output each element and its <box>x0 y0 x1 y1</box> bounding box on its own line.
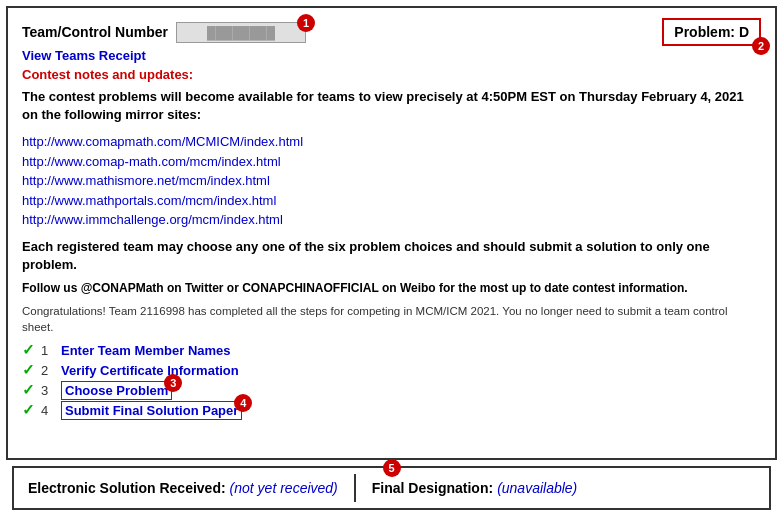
step-3: ✓ 3 Choose Problem 3 <box>22 381 761 399</box>
final-section: Final Designation: (unavailable) <box>372 480 578 496</box>
contest-para1: The contest problems will become availab… <box>22 88 761 124</box>
steps-list: ✓ 1 Enter Team Member Names ✓ 2 Verify C… <box>22 341 761 419</box>
electronic-label: Electronic Solution Received: <box>28 480 226 496</box>
team-number-box: ████████ <box>176 22 306 43</box>
step-num-1: 1 <box>41 343 55 358</box>
step-link-1[interactable]: Enter Team Member Names <box>61 343 231 358</box>
step-link-4[interactable]: Submit Final Solution Paper <box>61 401 242 420</box>
footer-row: Electronic Solution Received: (not yet r… <box>12 466 771 510</box>
mirror-link-3[interactable]: http://www.mathismore.net/mcm/index.html <box>22 171 761 191</box>
badge-2: 2 <box>752 37 770 55</box>
checkmark-3: ✓ <box>22 381 35 399</box>
mirror-link-5[interactable]: http://www.immchallenge.org/mcm/index.ht… <box>22 210 761 230</box>
step-4: ✓ 4 Submit Final Solution Paper 4 <box>22 401 761 419</box>
badge-3: 3 <box>164 374 182 392</box>
step-num-2: 2 <box>41 363 55 378</box>
contest-notes-heading: Contest notes and updates: <box>22 67 761 82</box>
electronic-value: (not yet received) <box>230 480 338 496</box>
problem-label: Problem: D <box>674 24 749 40</box>
final-label: Final Designation: <box>372 480 493 496</box>
main-container: Team/Control Number ████████ 1 Problem: … <box>0 0 783 522</box>
header-row: Team/Control Number ████████ 1 Problem: … <box>22 18 761 46</box>
final-value: (unavailable) <box>497 480 577 496</box>
mirror-links: http://www.comapmath.com/MCMICM/index.ht… <box>22 132 761 230</box>
header-left: Team/Control Number ████████ 1 <box>22 22 306 43</box>
step-link-3[interactable]: Choose Problem <box>61 381 172 400</box>
contest-para2: Each registered team may choose any one … <box>22 238 761 274</box>
congrats-para: Congratulations! Team 2116998 has comple… <box>22 303 761 335</box>
electronic-section: Electronic Solution Received: (not yet r… <box>28 480 338 496</box>
badge-5: 5 <box>383 459 401 477</box>
checkmark-2: ✓ <box>22 361 35 379</box>
step-2: ✓ 2 Verify Certificate Information <box>22 361 761 379</box>
content-area: Team/Control Number ████████ 1 Problem: … <box>6 6 777 460</box>
step-num-4: 4 <box>41 403 55 418</box>
badge-1: 1 <box>297 14 315 32</box>
mirror-link-1[interactable]: http://www.comapmath.com/MCMICM/index.ht… <box>22 132 761 152</box>
view-teams-receipt-link[interactable]: View Teams Receipt <box>22 48 761 63</box>
step-link-2[interactable]: Verify Certificate Information <box>61 363 239 378</box>
badge-4: 4 <box>234 394 252 412</box>
step-num-3: 3 <box>41 383 55 398</box>
checkmark-1: ✓ <box>22 341 35 359</box>
mirror-link-2[interactable]: http://www.comap-math.com/mcm/index.html <box>22 152 761 172</box>
contest-para3: Follow us @CONAPMath on Twitter or CONAP… <box>22 280 761 297</box>
mirror-link-4[interactable]: http://www.mathportals.com/mcm/index.htm… <box>22 191 761 211</box>
checkmark-4: ✓ <box>22 401 35 419</box>
problem-box: Problem: D <box>662 18 761 46</box>
footer-divider <box>354 474 356 502</box>
team-label: Team/Control Number <box>22 24 168 40</box>
step-1: ✓ 1 Enter Team Member Names <box>22 341 761 359</box>
